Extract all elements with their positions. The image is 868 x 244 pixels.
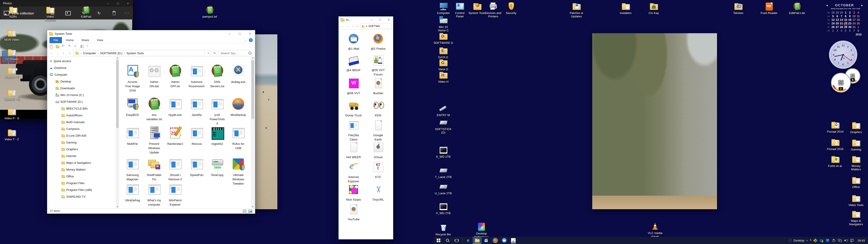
- desktop-icon-data-e[interactable]: E:DATA E: [431, 46, 456, 59]
- file-item-rufus-for-usb[interactable]: Rufus for USB: [228, 126, 249, 150]
- desktop-icon-patches-updates[interactable]: Patches & Updates: [564, 2, 589, 18]
- taskbar-thunderbird-button[interactable]: [500, 237, 509, 244]
- history-dropdown-icon[interactable]: ▾: [61, 52, 66, 54]
- history-dropdown-icon[interactable]: ▾: [352, 25, 354, 27]
- nav-item-compress[interactable]: Compress: [61, 126, 80, 131]
- see-more-icon[interactable]: ···: [123, 9, 131, 17]
- file-item-het-weer[interactable]: Het WEER: [341, 142, 366, 159]
- nav-item-autoinfruns[interactable]: AutoInfRuns: [61, 113, 83, 118]
- file-item-icloud[interactable]: iCloud: [366, 142, 391, 159]
- customize-icon[interactable]: ▾: [86, 44, 90, 48]
- tray-usb-eject-icon[interactable]: ✓: [819, 238, 824, 242]
- minimize-button[interactable]: –: [367, 17, 376, 23]
- close-button[interactable]: ×: [245, 30, 255, 37]
- details-view-icon[interactable]: [243, 209, 246, 213]
- calendar-prev-icon[interactable]: ◀: [826, 4, 828, 6]
- redo-icon[interactable]: ↷: [68, 44, 71, 48]
- small-window-titlebar[interactable]: In... – □ ×: [339, 17, 393, 23]
- taskbar-clock[interactable]: 18:43: [857, 239, 865, 242]
- desktop-icon-video-h[interactable]: H:Video H: [431, 70, 456, 83]
- tab-share[interactable]: Share: [78, 37, 93, 43]
- file-item-ultradefrag[interactable]: UltraDefrag: [122, 182, 143, 203]
- desktop-icon-s-wd-2tb[interactable]: S_WD 2TB: [431, 146, 456, 158]
- nav-item-gaming[interactable]: Gaming: [61, 140, 76, 145]
- breadcrumb-system-tools[interactable]: System Tools: [126, 52, 144, 55]
- file-item-een[interactable]: EEN: [366, 100, 391, 118]
- desktop-icon-gaming[interactable]: Gaming: [844, 138, 868, 151]
- taskbar-task-view-button[interactable]: [452, 237, 461, 244]
- file-item-rainlendar2[interactable]: 25Rainlendar2: [164, 126, 186, 146]
- taskbar-edge-button[interactable]: e: [464, 237, 473, 244]
- desktop-icon-entry-m[interactable]: ENTRY M: [431, 104, 456, 117]
- delete-icon[interactable]: ×: [74, 44, 78, 48]
- rename-icon[interactable]: [80, 44, 84, 48]
- desktop-icon-varia-g[interactable]: G:Varia G: [431, 58, 456, 71]
- nav-item-desktop[interactable]: Desktop: [55, 79, 71, 84]
- desktop-icon-new-video[interactable]: NEW Video: [0, 28, 24, 41]
- desktop-icon-t-lacie-2tb[interactable]: T_Lacie 2TB: [431, 166, 456, 179]
- file-item-06-vvt[interactable]: VT@06 VVT: [341, 78, 366, 95]
- nav-item-computer[interactable]: Computer: [50, 72, 67, 77]
- thumbnail-view-icon[interactable]: [248, 209, 252, 213]
- back-icon[interactable]: ←: [49, 51, 54, 55]
- breadcrumb-computer[interactable]: Computer: [83, 52, 96, 55]
- file-item-2-firefox[interactable]: @2 Firefox: [366, 33, 391, 51]
- nav-item-samsung-tv[interactable]: SAMSUNG TV: [61, 194, 86, 199]
- minimize-button[interactable]: –: [224, 30, 235, 37]
- desktop-icon-teksten[interactable]: Teksten: [726, 2, 751, 15]
- desktop-icon-vlc-media-player[interactable]: VLC media player: [643, 222, 668, 238]
- nav-item-program-files[interactable]: Program Files: [61, 180, 85, 186]
- close-button[interactable]: ×: [384, 17, 393, 23]
- file-item-ktc[interactable]: KTCKTC: [366, 161, 391, 179]
- nav-item-program-files-x86[interactable]: Program Files (x86): [61, 187, 92, 192]
- file-item-dxdiag-exe[interactable]: ✕dxdiag.exe: [228, 64, 249, 84]
- nav-item-quick-access[interactable]: ★Quick access: [50, 58, 71, 64]
- address-dropdown-icon[interactable]: ▾: [206, 50, 211, 56]
- hidden-icons-chevron[interactable]: ^: [810, 239, 811, 242]
- nav-item-office[interactable]: Office: [61, 174, 74, 179]
- file-item-samsung-magician[interactable]: Samsung Magician: [122, 157, 143, 181]
- file-item-speedfan[interactable]: SpeedFan: [186, 157, 207, 177]
- desktop-icon-security[interactable]: !Security: [499, 2, 524, 15]
- nav-item-maps-navigators[interactable]: Maps & Navigators: [61, 160, 91, 165]
- desktop-icon-nzbs[interactable]: NZBs: [1, 5, 26, 18]
- file-item-easybcd[interactable]: EasyBCD: [122, 97, 143, 117]
- file-item-what-s-my-computer-doing[interactable]: What's my computer doing: [144, 182, 165, 211]
- nav-item-d-link-dir-635[interactable]: D-Link DIR-635: [61, 133, 87, 138]
- search-input[interactable]: [220, 51, 248, 56]
- file-item-4-ibdof[interactable]: @4 IBDoF: [341, 55, 366, 72]
- tray-magician-icon[interactable]: ↗: [826, 238, 830, 242]
- desktop-icon-graphics[interactable]: Graphics: [844, 121, 868, 134]
- file-item-prevent-windows-update[interactable]: Prevent Windows Update: [144, 126, 165, 155]
- nav-item-downloads[interactable]: ↓Downloads: [55, 85, 75, 91]
- file-item-acronis-true-image-2016[interactable]: AAcronis True Image 2016: [122, 64, 143, 93]
- tray-power-icon[interactable]: [832, 238, 836, 242]
- file-item-internet-explorer[interactable]: eInternet Explorer: [341, 161, 366, 183]
- nav-item-beid-manuals[interactable]: BeID manuals: [61, 119, 85, 125]
- file-item-filezilla-client[interactable]: FileZilla Client: [341, 120, 366, 142]
- maximize-button[interactable]: □: [113, 0, 123, 6]
- file-item-jv16-powertools-x[interactable]: jv16 PowerTools X: [207, 97, 228, 126]
- desktop-icon-video-p-s[interactable]: Video P - S: [0, 107, 24, 120]
- tray-volume-icon[interactable]: [844, 238, 848, 242]
- file-item-hjsplit-exe[interactable]: hjsplit.exe: [164, 97, 186, 117]
- new-folder-icon[interactable]: [56, 44, 59, 48]
- desktop-toolbar[interactable]: Desktop: [794, 239, 804, 242]
- properties-icon[interactable]: ✓: [50, 44, 53, 48]
- nav-item-graphics[interactable]: Graphics: [61, 146, 78, 152]
- undo-icon[interactable]: ↶: [62, 44, 65, 48]
- desktop-icon-video-a-f[interactable]: Video A - F: [0, 66, 24, 79]
- desktop-icon-cis-kay[interactable]: Cis Kay: [641, 2, 666, 15]
- desktop-icon-installers[interactable]: Installers: [613, 2, 638, 15]
- main-scrollbar[interactable]: ▲▼: [251, 57, 254, 209]
- tab-view[interactable]: View: [93, 37, 107, 43]
- breadcrumb-software-d[interactable]: SOFTWARE (D:): [100, 52, 122, 55]
- desktop-icon-money-matters[interactable]: Money Matters: [844, 155, 868, 171]
- desktop-icon-foxit-reader[interactable]: PDFFoxit Reader: [756, 2, 781, 15]
- file-item-google-earth[interactable]: Google Earth: [366, 120, 391, 142]
- up-icon[interactable]: ↑: [67, 51, 72, 55]
- desktop-icon-office[interactable]: Office: [844, 176, 868, 189]
- file-item-boxnet[interactable]: BoxNet: [366, 78, 391, 95]
- desktop-icon-pwinject-txt[interactable]: pwinject.txt: [197, 5, 222, 18]
- desktop-icon-video-g-o[interactable]: Video G - O: [0, 88, 24, 101]
